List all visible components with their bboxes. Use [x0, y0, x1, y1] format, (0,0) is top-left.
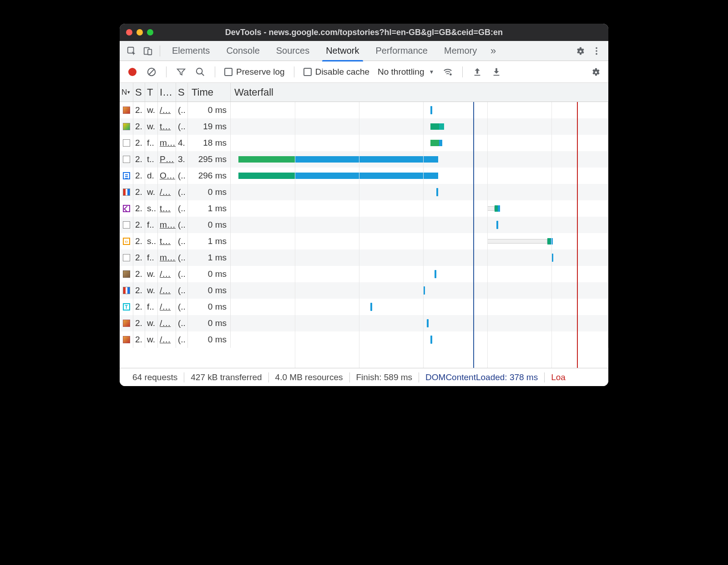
network-conditions-icon[interactable] — [440, 64, 456, 80]
status-transferred: 427 kB transferred — [184, 372, 268, 382]
request-row[interactable]: 2. d. O… (.. 296 ms — [120, 168, 608, 184]
cell-size: (.. — [176, 118, 188, 135]
col-waterfall[interactable]: Waterfall — [231, 83, 608, 102]
tab-performance[interactable]: Performance — [368, 41, 436, 61]
request-row[interactable]: 2. w. /… (.. 0 ms — [120, 315, 608, 331]
record-button[interactable] — [124, 64, 141, 80]
cell-initiator[interactable]: /… — [158, 266, 176, 282]
cell-initiator[interactable]: m… — [158, 135, 176, 151]
devtools-window: DevTools - news.google.com/topstories?hl… — [120, 24, 608, 386]
request-row[interactable]: 2. f.. m… (.. 1 ms — [120, 249, 608, 266]
cell-initiator[interactable]: /… — [158, 315, 176, 331]
request-row[interactable]: 2. w. /… (.. 0 ms — [120, 282, 608, 299]
network-settings-icon[interactable] — [587, 64, 604, 80]
cell-initiator[interactable]: t… — [158, 118, 176, 135]
cell-time: 1 ms — [188, 233, 231, 249]
cell-initiator[interactable]: /… — [158, 331, 176, 348]
cell-initiator[interactable]: m… — [158, 249, 176, 266]
kebab-menu-icon[interactable] — [588, 43, 605, 59]
svg-point-4 — [596, 50, 597, 52]
cell-time: 0 ms — [188, 184, 231, 200]
cell-time: 19 ms — [188, 118, 231, 135]
more-tabs-icon[interactable]: » — [485, 43, 501, 59]
request-row[interactable]: 2. w. t… (.. 19 ms — [120, 118, 608, 135]
separator — [215, 66, 215, 77]
cell-time: 0 ms — [188, 217, 231, 233]
cell-type: f.. — [145, 135, 158, 151]
resource-icon — [120, 118, 133, 135]
maximize-button[interactable] — [147, 29, 153, 36]
col-name[interactable]: N — [120, 83, 133, 102]
status-resources: 4.0 MB resources — [269, 372, 349, 382]
cell-type: w. — [145, 118, 158, 135]
resource-icon — [120, 315, 133, 331]
svg-point-10 — [450, 73, 452, 76]
tab-console[interactable]: Console — [218, 41, 268, 61]
request-row[interactable]: 2. w. /… (.. 0 ms — [120, 102, 608, 118]
request-row[interactable]: 2. w. /… (.. 0 ms — [120, 266, 608, 282]
request-row[interactable]: 2. t.. P… 3. 295 ms — [120, 151, 608, 168]
col-size[interactable]: S — [176, 83, 188, 102]
cell-size: (.. — [176, 266, 188, 282]
request-row[interactable]: 2. w. /… (.. 0 ms — [120, 184, 608, 200]
cell-initiator[interactable]: O… — [158, 168, 176, 184]
cell-initiator[interactable]: m… — [158, 217, 176, 233]
preserve-log-checkbox[interactable]: Preserve log — [222, 67, 288, 77]
clear-icon[interactable] — [143, 64, 160, 80]
col-type[interactable]: T — [145, 83, 158, 102]
cell-time: 0 ms — [188, 102, 231, 118]
request-row[interactable]: 2. w. /… (.. 0 ms — [120, 331, 608, 348]
request-row[interactable]: 2. f.. m… (.. 0 ms — [120, 217, 608, 233]
tab-elements[interactable]: Elements — [164, 41, 218, 61]
cell-size: (.. — [176, 217, 188, 233]
cell-type: f.. — [145, 249, 158, 266]
cell-size: (.. — [176, 249, 188, 266]
cell-time: 0 ms — [188, 331, 231, 348]
cell-initiator[interactable]: /… — [158, 299, 176, 315]
disable-cache-checkbox[interactable]: Disable cache — [301, 67, 372, 77]
request-row[interactable]: 2. f.. /… (.. 0 ms — [120, 299, 608, 315]
cell-time: 0 ms — [188, 315, 231, 331]
search-icon[interactable] — [192, 64, 208, 80]
cell-status: 2. — [133, 184, 145, 200]
cell-initiator[interactable]: P… — [158, 151, 176, 168]
cell-time: 296 ms — [188, 168, 231, 184]
tab-sources[interactable]: Sources — [268, 41, 318, 61]
status-finish: Finish: 589 ms — [350, 372, 419, 382]
download-har-icon[interactable] — [488, 64, 505, 80]
checkbox-icon — [303, 68, 312, 76]
settings-icon[interactable] — [572, 43, 588, 59]
tab-network[interactable]: Network — [318, 41, 367, 61]
svg-rect-11 — [475, 75, 480, 76]
cell-initiator[interactable]: /… — [158, 282, 176, 299]
cell-initiator[interactable]: /… — [158, 184, 176, 200]
cell-initiator[interactable]: /… — [158, 102, 176, 118]
minimize-button[interactable] — [136, 29, 143, 36]
svg-point-8 — [197, 68, 202, 74]
device-toggle-icon[interactable] — [140, 43, 156, 59]
inspect-element-icon[interactable] — [123, 43, 140, 59]
col-time[interactable]: Time — [188, 83, 231, 102]
resource-icon — [120, 151, 133, 168]
close-button[interactable] — [126, 29, 132, 36]
cell-initiator[interactable]: t… — [158, 200, 176, 217]
request-row[interactable]: 2. s.. t… (.. 1 ms — [120, 233, 608, 249]
svg-rect-12 — [494, 75, 500, 76]
cell-waterfall — [231, 233, 608, 249]
cell-waterfall — [231, 331, 608, 348]
cell-size: (.. — [176, 233, 188, 249]
upload-har-icon[interactable] — [469, 64, 485, 80]
cell-time: 0 ms — [188, 299, 231, 315]
cell-status: 2. — [133, 331, 145, 348]
throttling-select[interactable]: No throttling ▼ — [375, 67, 437, 77]
resource-icon — [120, 168, 133, 184]
svg-line-7 — [149, 69, 155, 75]
col-initiator[interactable]: I… — [158, 83, 176, 102]
cell-waterfall — [231, 135, 608, 151]
request-row[interactable]: 2. f.. m… 4. 18 ms — [120, 135, 608, 151]
cell-initiator[interactable]: t… — [158, 233, 176, 249]
col-status[interactable]: S — [133, 83, 145, 102]
tab-memory[interactable]: Memory — [436, 41, 485, 61]
request-row[interactable]: 2. s.. t… (.. 1 ms — [120, 200, 608, 217]
filter-icon[interactable] — [173, 64, 189, 80]
